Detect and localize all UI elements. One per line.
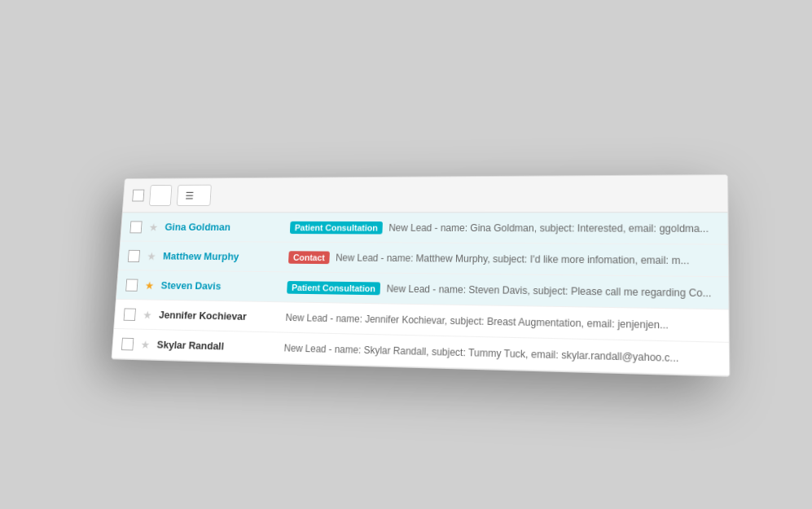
sender-name: Skylar Randall <box>156 339 278 353</box>
email-preview: New Lead - name: Gina Goldman, subject: … <box>388 222 717 234</box>
star-icon[interactable]: ★ <box>147 221 159 233</box>
email-preview: New Lead - name: Skylar Randall, subject… <box>283 342 718 365</box>
perspective-container: ☰ ★Gina GoldmanPatient ConsultationNew L… <box>97 174 716 367</box>
row-checkbox[interactable] <box>121 337 133 350</box>
sender-name: Jennifer Kochievar <box>158 309 279 323</box>
star-icon[interactable]: ★ <box>145 250 157 262</box>
select-all-checkbox[interactable] <box>132 190 144 202</box>
row-checkbox[interactable] <box>129 221 142 233</box>
sender-name: Gina Goldman <box>165 222 284 234</box>
email-badge: Patient Consultation <box>289 221 382 234</box>
email-list: ★Gina GoldmanPatient ConsultationNew Lea… <box>112 213 729 375</box>
email-preview: New Lead - name: Jennifer Kochievar, sub… <box>285 312 718 332</box>
refresh-button[interactable] <box>149 185 172 206</box>
star-icon[interactable]: ★ <box>143 279 155 291</box>
star-icon[interactable]: ★ <box>141 308 153 321</box>
email-preview: New Lead - name: Matthew Murphy, subject… <box>335 252 717 266</box>
table-row[interactable]: ★Gina GoldmanPatient ConsultationNew Lea… <box>121 213 728 244</box>
row-checkbox[interactable] <box>123 308 135 321</box>
sender-name: Matthew Murphy <box>162 250 283 263</box>
email-panel: ☰ ★Gina GoldmanPatient ConsultationNew L… <box>111 174 730 377</box>
email-badge: Contact <box>288 251 330 264</box>
star-icon[interactable]: ★ <box>138 338 151 351</box>
email-preview: New Lead - name: Steven Davis, subject: … <box>386 283 718 299</box>
email-badge: Patient Consultation <box>287 281 380 295</box>
sender-name: Steven Davis <box>160 279 281 292</box>
row-checkbox[interactable] <box>127 249 139 261</box>
list-icon: ☰ <box>185 190 195 201</box>
toolbar: ☰ <box>122 175 727 213</box>
row-checkbox[interactable] <box>125 279 138 291</box>
more-button[interactable]: ☰ <box>176 185 211 206</box>
